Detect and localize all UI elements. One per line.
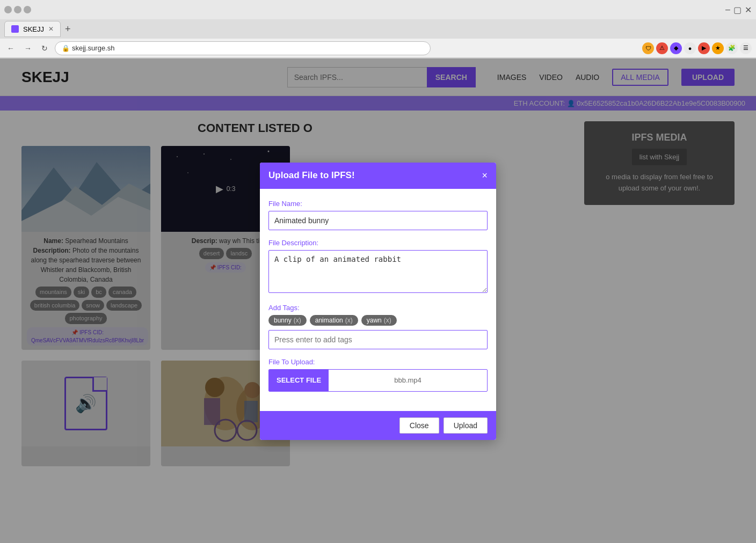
tags-container: bunny (x) animation (x) yawn (x) [268, 315, 488, 326]
tag-remove-yawn[interactable]: (x) [384, 317, 391, 324]
file-upload-label: File To Upload: [268, 358, 488, 366]
ext-warning-icon[interactable]: ⚠ [656, 42, 668, 54]
ext-orange-icon[interactable]: ★ [712, 42, 724, 54]
ext-gray1-icon[interactable]: ● [684, 42, 696, 54]
address-input[interactable]: 🔒 skejj.surge.sh [55, 41, 431, 55]
browser-extensions: 🛡 ⚠ ◆ ● ▶ ★ 🧩 ☰ [642, 42, 752, 54]
tag-label: yawn [367, 317, 382, 324]
modal-header: Upload File to IPFS! × [260, 163, 496, 189]
app: SKEJJ SEARCH IMAGES VIDEO AUDIO ALL MEDI… [0, 58, 756, 543]
select-file-btn[interactable]: SELECT FILE [269, 370, 329, 391]
file-name-label: File Name: [268, 200, 488, 208]
forward-btn[interactable]: → [21, 43, 34, 54]
tag-remove-bunny[interactable]: (x) [294, 317, 301, 324]
win-close-icon[interactable]: ✕ [745, 5, 752, 15]
lock-icon: 🔒 [62, 45, 70, 52]
address-text: skejj.surge.sh [72, 44, 114, 52]
tag-input[interactable] [268, 330, 488, 349]
title-bar: – ▢ ✕ [0, 0, 756, 19]
tag-label: animation [315, 317, 343, 324]
browser-chrome: – ▢ ✕ SKEJJ ✕ + ← → ↻ 🔒 skejj.surge.sh 🛡… [0, 0, 756, 58]
file-name-input[interactable] [268, 211, 488, 230]
modal-close-footer-btn[interactable]: Close [399, 417, 439, 434]
tag-label: bunny [274, 317, 292, 324]
win-minimize-icon[interactable]: – [725, 5, 730, 15]
modal-footer: Close Upload [260, 411, 496, 440]
win-restore-icon[interactable]: ▢ [733, 5, 742, 15]
add-tags-label: Add Tags: [268, 304, 488, 312]
back-btn[interactable]: ← [4, 43, 17, 54]
upload-modal: Upload File to IPFS! × File Name: File D… [260, 163, 496, 440]
ext-red-icon[interactable]: ▶ [698, 42, 710, 54]
tag-chip-yawn: yawn (x) [361, 315, 397, 326]
close-btn[interactable] [24, 6, 31, 13]
ext-purple-icon[interactable]: ◆ [670, 42, 682, 54]
selected-file-name: bbb.mp4 [329, 376, 487, 384]
minimize-btn[interactable] [4, 6, 12, 13]
tag-remove-animation[interactable]: (x) [345, 317, 353, 324]
ext-menu-icon[interactable]: ☰ [740, 42, 752, 54]
modal-body: File Name: File Description: A clip of a… [260, 189, 496, 411]
tab-favicon [11, 25, 19, 33]
file-upload-row: SELECT FILE bbb.mp4 [268, 369, 488, 392]
tag-chip-bunny: bunny (x) [268, 315, 307, 326]
tag-chip-animation: animation (x) [310, 315, 358, 326]
tab-close-icon[interactable]: ✕ [48, 25, 54, 33]
file-description-group: File Description: A clip of an animated … [268, 239, 488, 295]
ext-puzzle-icon[interactable]: 🧩 [726, 42, 738, 54]
maximize-btn[interactable] [14, 6, 21, 13]
ext-shield-icon[interactable]: 🛡 [642, 42, 654, 54]
address-bar: ← → ↻ 🔒 skejj.surge.sh 🛡 ⚠ ◆ ● ▶ ★ 🧩 ☰ [0, 39, 756, 58]
modal-upload-btn[interactable]: Upload [444, 417, 488, 434]
modal-overlay: Upload File to IPFS! × File Name: File D… [0, 58, 756, 543]
tab-bar: SKEJJ ✕ + [0, 19, 756, 39]
new-tab-btn[interactable]: + [62, 24, 74, 35]
file-upload-group: File To Upload: SELECT FILE bbb.mp4 [268, 358, 488, 392]
refresh-btn[interactable]: ↻ [39, 43, 50, 54]
modal-close-btn[interactable]: × [482, 170, 488, 181]
file-description-label: File Description: [268, 239, 488, 247]
add-tags-group: Add Tags: bunny (x) animation (x) yawn ( [268, 304, 488, 349]
file-name-group: File Name: [268, 200, 488, 230]
tab-title: SKEJJ [23, 25, 44, 33]
file-description-input[interactable]: A clip of an animated rabbit [268, 250, 488, 293]
modal-title: Upload File to IPFS! [268, 170, 355, 181]
active-tab[interactable]: SKEJJ ✕ [4, 21, 61, 37]
